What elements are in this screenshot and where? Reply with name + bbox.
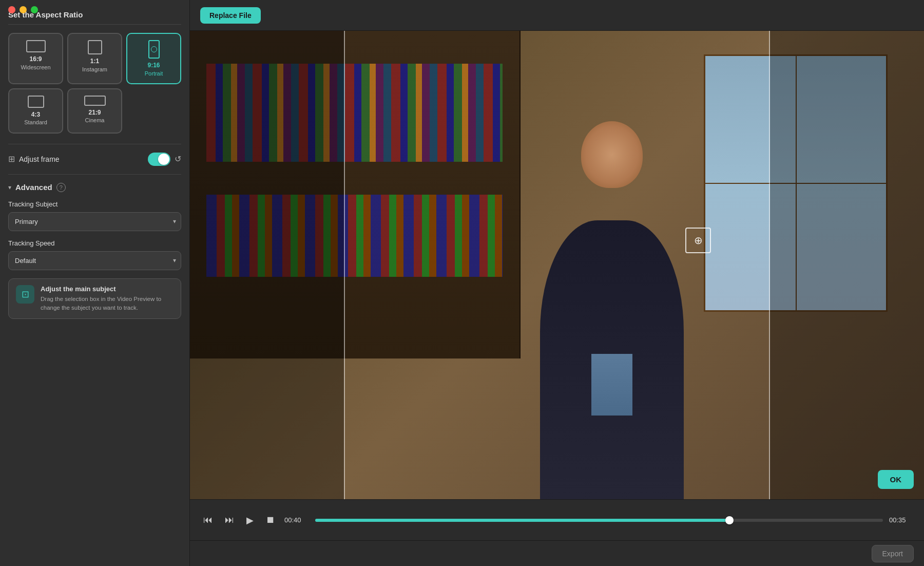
ok-button[interactable]: OK	[878, 470, 914, 489]
aspect-label-standard: 4:3Standard	[24, 111, 47, 126]
export-button[interactable]: Export	[872, 545, 914, 562]
aspect-label-instagram: 1:1Instagram	[82, 58, 107, 73]
video-frame: OK	[190, 31, 924, 499]
aspect-label-portrait: 9:16Portrait	[145, 62, 163, 77]
crop-border-left	[344, 31, 345, 499]
replace-file-button[interactable]: Replace File	[200, 7, 261, 24]
aspect-ratio-grid-row1: 16:9Widescreen 1:1Instagram 9:16Portrait	[8, 33, 181, 84]
video-scene	[190, 31, 924, 499]
aspect-card-portrait[interactable]: 9:16Portrait	[126, 33, 181, 84]
main-area: Replace File	[190, 0, 924, 566]
help-icon[interactable]: ?	[56, 183, 66, 192]
person-body	[540, 220, 684, 499]
info-icon-box: ⊡	[16, 285, 34, 304]
person	[410, 101, 814, 499]
tracking-speed-select[interactable]: Default Slow Fast	[8, 251, 181, 270]
portrait-icon	[148, 40, 160, 59]
aspect-card-cinema[interactable]: 21:9Cinema	[67, 88, 122, 134]
top-bar: Replace File	[190, 0, 924, 31]
tracking-speed-label: Tracking Speed	[8, 239, 181, 247]
video-container: OK	[190, 31, 924, 499]
person-shirt	[591, 354, 632, 416]
instagram-icon	[88, 40, 102, 54]
play-button[interactable]: ▶	[243, 513, 257, 528]
time-current: 00:40	[284, 516, 309, 524]
divider-2	[8, 174, 181, 175]
tracking-speed-wrapper: Default Slow Fast ▾	[8, 251, 181, 270]
info-card-title: Adjust the main subject	[41, 285, 174, 293]
cinema-icon	[84, 96, 106, 106]
advanced-label: Advanced	[15, 183, 52, 192]
tracking-box[interactable]	[685, 228, 711, 253]
close-button[interactable]	[8, 6, 15, 13]
tracking-subject-wrapper: Primary Secondary All ▾	[8, 212, 181, 231]
crop-overlay-right	[770, 31, 924, 499]
traffic-lights	[8, 6, 38, 13]
crop-border-right	[769, 31, 770, 499]
step-back-button[interactable]: ⏮	[200, 513, 216, 527]
adjust-frame-row: ⊞ Adjust frame ↺	[8, 153, 181, 166]
tracking-subject-label: Tracking Subject	[8, 200, 181, 208]
chevron-down-icon: ▾	[8, 184, 11, 191]
player-controls: ⏮ ⏭ ▶ ⏹ 00:40 00:35	[190, 499, 924, 540]
info-card: ⊡ Adjust the main subject Drag the selec…	[8, 278, 181, 319]
stop-button[interactable]: ⏹	[263, 513, 278, 527]
sidebar: Set the Aspect Ratio 16:9Widescreen 1:1I…	[0, 0, 190, 566]
info-card-description: Drag the selection box in the Video Prev…	[41, 295, 174, 313]
progress-knob[interactable]	[725, 516, 734, 524]
step-forward-button[interactable]: ⏭	[222, 513, 237, 527]
aspect-card-standard[interactable]: 4:3Standard	[8, 88, 63, 134]
adjust-frame-icon: ⊞	[8, 154, 15, 164]
divider-1	[8, 144, 181, 144]
progress-bar[interactable]	[315, 519, 883, 522]
tracking-subject-select[interactable]: Primary Secondary All	[8, 212, 181, 231]
advanced-header[interactable]: ▾ Advanced ?	[8, 183, 181, 192]
maximize-button[interactable]	[31, 6, 38, 13]
progress-fill	[315, 519, 729, 522]
info-text-block: Adjust the main subject Drag the selecti…	[41, 285, 174, 313]
adjust-frame-label: Adjust frame	[19, 155, 144, 163]
aspect-label-cinema: 21:9Cinema	[85, 109, 105, 124]
reset-icon[interactable]: ↺	[175, 154, 181, 164]
person-head	[581, 121, 643, 188]
time-total: 00:35	[889, 516, 914, 524]
minimize-button[interactable]	[20, 6, 27, 13]
info-subject-icon: ⊡	[22, 289, 29, 300]
aspect-label-widescreen: 16:9Widescreen	[21, 55, 50, 71]
crop-overlay-left	[190, 31, 344, 499]
toggle-knob	[158, 154, 169, 165]
bottom-bar: Export	[190, 540, 924, 566]
adjust-frame-toggle[interactable]	[148, 153, 170, 166]
aspect-card-instagram[interactable]: 1:1Instagram	[67, 33, 122, 84]
toggle-container: ↺	[148, 153, 181, 166]
aspect-ratio-grid-row2: 4:3Standard 21:9Cinema	[8, 88, 181, 134]
widescreen-icon	[26, 40, 46, 52]
standard-icon	[28, 96, 44, 108]
aspect-card-widescreen[interactable]: 16:9Widescreen	[8, 33, 63, 84]
